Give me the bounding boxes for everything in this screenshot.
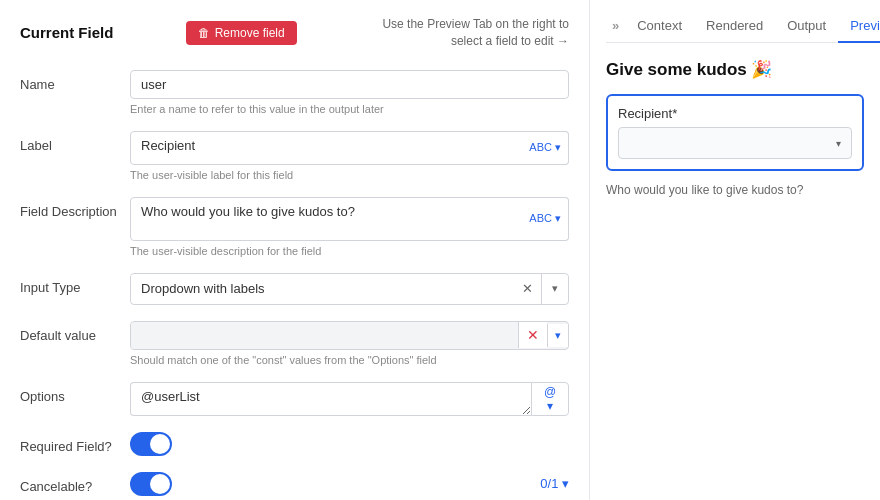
default-value-row: Default value ✕ ▾ Should match one of th…: [20, 321, 569, 366]
cancelable-badge-button[interactable]: 0/1 ▾: [540, 476, 569, 491]
name-field: Enter a name to refer to this value in t…: [130, 70, 569, 115]
required-label: Required Field?: [20, 432, 130, 454]
default-value-hint: Should match one of the "const" values f…: [130, 354, 569, 366]
options-row: Options @userList @ ▾: [20, 382, 569, 416]
required-row: Required Field?: [20, 432, 569, 456]
options-badge-button[interactable]: @ ▾: [531, 382, 569, 416]
description-field: Who would you like to give kudos to? ABC…: [130, 197, 569, 257]
default-value-controls: ✕ ▾: [518, 322, 568, 348]
chevron-down-icon: ▾: [836, 138, 841, 149]
panel-title: Current Field: [20, 24, 113, 41]
label-row: Label Recipient ABC ▾ The user-visible l…: [20, 131, 569, 181]
default-value-label: Default value: [20, 321, 130, 343]
remove-label: Remove field: [215, 26, 285, 40]
cancelable-toggle-wrap: [130, 472, 172, 496]
tab-more[interactable]: »: [606, 10, 625, 42]
default-value-wrap: ✕ ▾: [130, 321, 569, 350]
name-input[interactable]: [130, 70, 569, 99]
default-value-dropdown-button[interactable]: ▾: [547, 324, 568, 347]
options-field: @userList @ ▾: [130, 382, 569, 416]
label-abc-button[interactable]: ABC ▾: [522, 131, 569, 165]
tab-context[interactable]: Context: [625, 10, 694, 43]
required-toggle-knob: [150, 434, 170, 454]
cancelable-row: Cancelable? 0/1 ▾ Whether or not the use…: [20, 472, 569, 500]
description-textarea[interactable]: Who would you like to give kudos to?: [130, 197, 569, 241]
input-type-label: Input Type: [20, 273, 130, 295]
description-label: Field Description: [20, 197, 130, 219]
input-type-field: Dropdown with labels ✕ ▾: [130, 273, 569, 305]
label-hint: The user-visible label for this field: [130, 169, 569, 181]
panel-hint: Use the Preview Tab on the right to sele…: [369, 16, 569, 50]
preview-field-box: Recipient* ▾: [606, 94, 864, 171]
default-value-field: ✕ ▾ Should match one of the "const" valu…: [130, 321, 569, 366]
required-toggle-wrap: [130, 432, 569, 456]
panel-header: Current Field 🗑 Remove field Use the Pre…: [20, 16, 569, 50]
description-abc-button[interactable]: ABC ▾: [522, 197, 569, 241]
right-panel: » Context Rendered Output Preview Give s…: [590, 0, 880, 500]
cancelable-toggle[interactable]: [130, 472, 172, 496]
preview-dropdown[interactable]: ▾: [618, 127, 852, 159]
options-wrap: @userList @ ▾: [130, 382, 569, 416]
cancelable-wrap: 0/1 ▾: [130, 472, 569, 496]
trash-icon: 🗑: [198, 26, 210, 40]
required-field: [130, 432, 569, 456]
preview-field-label: Recipient*: [618, 106, 852, 121]
label-input-wrap: Recipient ABC ▾: [130, 131, 569, 165]
tab-output[interactable]: Output: [775, 10, 838, 43]
cancelable-badge: 0/1 ▾: [540, 476, 569, 491]
input-type-wrap: Dropdown with labels ✕ ▾: [130, 273, 569, 305]
label-field: Recipient ABC ▾ The user-visible label f…: [130, 131, 569, 181]
options-textarea[interactable]: @userList: [130, 382, 531, 416]
input-type-row: Input Type Dropdown with labels ✕ ▾: [20, 273, 569, 305]
input-type-dropdown-icon[interactable]: ▾: [542, 276, 568, 301]
description-input-wrap: Who would you like to give kudos to? ABC…: [130, 197, 569, 241]
cancelable-toggle-knob: [150, 474, 170, 494]
name-hint: Enter a name to refer to this value in t…: [130, 103, 569, 115]
tabs: » Context Rendered Output Preview: [606, 10, 864, 43]
remove-field-button[interactable]: 🗑 Remove field: [186, 21, 297, 45]
options-label: Options: [20, 382, 130, 404]
default-value-input[interactable]: [131, 322, 518, 349]
tab-preview[interactable]: Preview: [838, 10, 880, 43]
preview-title: Give some kudos 🎉: [606, 59, 864, 80]
description-hint: The user-visible description for the fie…: [130, 245, 569, 257]
preview-hint: Who would you like to give kudos to?: [606, 183, 864, 197]
description-badge: ABC ▾: [529, 212, 561, 225]
cancelable-field: 0/1 ▾ Whether or not the user can cancel…: [130, 472, 569, 500]
label-label: Label: [20, 131, 130, 153]
name-label: Name: [20, 70, 130, 92]
description-row: Field Description Who would you like to …: [20, 197, 569, 257]
input-type-select[interactable]: Dropdown with labels: [131, 275, 514, 302]
cancelable-label: Cancelable?: [20, 472, 130, 494]
input-type-clear-button[interactable]: ✕: [514, 275, 541, 302]
label-textarea[interactable]: Recipient: [130, 131, 569, 165]
required-toggle[interactable]: [130, 432, 172, 456]
left-panel: Current Field 🗑 Remove field Use the Pre…: [0, 0, 590, 500]
default-value-clear-button[interactable]: ✕: [518, 322, 547, 348]
tab-rendered[interactable]: Rendered: [694, 10, 775, 43]
name-row: Name Enter a name to refer to this value…: [20, 70, 569, 115]
label-badge: ABC ▾: [529, 141, 561, 154]
